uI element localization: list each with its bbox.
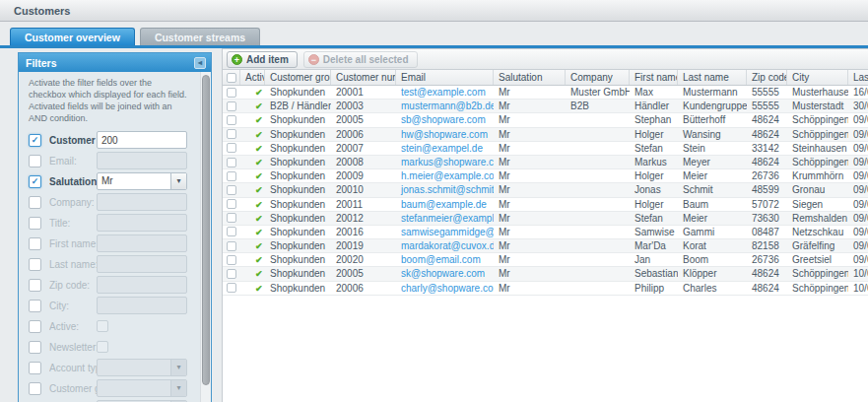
email-link[interactable]: jonas.schmit@schmit-jonas.eu (396, 183, 494, 196)
cell: 48624 (747, 267, 787, 280)
cell: 09/05 (848, 212, 868, 225)
collapse-panel-icon[interactable]: ◂ (194, 57, 206, 69)
table-row[interactable]: ✔Shopkunden20005sk@shopware.comMrSebasti… (223, 267, 868, 281)
filter-enable-checkbox[interactable] (29, 341, 41, 354)
filter-enable-checkbox[interactable] (29, 300, 41, 312)
email-link[interactable]: baum@example.de (396, 198, 494, 211)
email-link[interactable]: test@example.com (396, 86, 494, 99)
filter-enable-checkbox[interactable] (29, 362, 41, 374)
row-select-checkbox[interactable] (227, 199, 236, 209)
row-select-checkbox[interactable] (227, 255, 236, 265)
email-link[interactable]: mardakorat@cuvox.de (396, 239, 494, 252)
row-select-checkbox[interactable] (227, 283, 236, 293)
filter-select-value: Mr (98, 173, 170, 189)
cell: Jonas (630, 183, 678, 196)
email-link[interactable]: hw@shopware.com (396, 128, 494, 141)
email-link[interactable]: boom@email.com (396, 253, 494, 266)
filter-enable-checkbox[interactable] (29, 320, 41, 333)
filter-enable-checkbox[interactable] (29, 196, 41, 209)
table-row[interactable]: ✔Shopkunden20001test@example.comMrMuster… (223, 86, 868, 100)
row-checkbox-cell (223, 226, 240, 238)
email-link[interactable]: stein@exampel.de (396, 142, 494, 155)
row-select-checkbox[interactable] (227, 129, 236, 139)
column-header-salutation[interactable]: Salutation (494, 70, 566, 85)
email-link[interactable]: markus@shopware.com (396, 156, 494, 168)
email-link[interactable]: samwisegammidge@cuvox.de (396, 226, 494, 238)
row-select-checkbox[interactable] (227, 227, 236, 236)
email-link[interactable]: charly@shopware.com (396, 282, 494, 295)
filters-scrollbar[interactable] (200, 72, 211, 402)
filter-enable-checkbox[interactable] (29, 382, 41, 395)
row-select-checkbox[interactable] (227, 101, 236, 111)
email-link[interactable]: h.meier@example.com (396, 169, 494, 182)
cell: B2B / Händler netto (265, 100, 331, 112)
table-row[interactable]: ✔Shopkunden20016samwisegammidge@cuvox.de… (223, 226, 868, 239)
table-row[interactable]: ✔Shopkunden20019mardakorat@cuvox.deMrMar… (223, 239, 868, 253)
filter-enable-checkbox[interactable] (29, 279, 41, 292)
add-icon: + (232, 54, 242, 65)
table-row[interactable]: ✔Shopkunden20006hw@shopware.comMrHolgerW… (223, 128, 868, 142)
active-check-icon: ✔ (245, 241, 263, 251)
row-select-checkbox[interactable] (227, 158, 236, 168)
email-link[interactable]: sk@shopware.com (396, 267, 494, 280)
email-link[interactable]: mustermann@b2b.de (396, 100, 494, 112)
row-select-checkbox[interactable] (227, 185, 236, 195)
row-select-checkbox[interactable] (227, 241, 236, 251)
column-header-last-login[interactable]: Last login (848, 70, 868, 85)
table-row[interactable]: ✔Shopkunden20020boom@email.comMrJanBoom2… (223, 253, 868, 267)
active-cell: ✔ (240, 198, 265, 211)
filters-panel: Filters ◂ Activate the filter fields ove… (18, 52, 212, 402)
column-header-company[interactable]: Company (566, 70, 630, 85)
column-header-last-name[interactable]: Last name (678, 70, 747, 85)
column-header-active[interactable]: Active (240, 70, 265, 85)
row-select-checkbox[interactable] (227, 269, 236, 279)
email-link[interactable]: stefanmeier@example.com (396, 212, 494, 225)
tab-customer-streams[interactable]: Customer streams (140, 28, 260, 45)
table-row[interactable]: ✔Shopkunden20012stefanmeier@example.comM… (223, 212, 868, 226)
filter-enable-checkbox[interactable] (29, 155, 41, 168)
filter-enable-checkbox[interactable] (29, 217, 41, 230)
email-link[interactable]: sb@shopware.com (396, 113, 494, 126)
filter-enable-checkbox[interactable] (29, 258, 41, 271)
filter-enable-checkbox[interactable]: ✓ (29, 134, 41, 147)
column-header-customer-number[interactable]: Customer number (331, 70, 396, 85)
filter-enable-checkbox[interactable] (29, 237, 41, 250)
active-check-icon: ✔ (245, 284, 263, 294)
tab-bar: Customer overview Customer streams (0, 28, 868, 45)
table-row[interactable]: ✔Shopkunden20006charly@shopware.comMrPhi… (223, 282, 868, 296)
column-header-email[interactable]: Email (396, 70, 494, 85)
row-select-checkbox[interactable] (227, 171, 236, 181)
cell: 09/05 (848, 226, 868, 238)
cell (566, 142, 630, 155)
cell: Charles (678, 282, 747, 295)
table-row[interactable]: ✔B2B / Händler netto20003mustermann@b2b.… (223, 100, 868, 113)
column-header-zip-code[interactable]: Zip code (747, 70, 787, 85)
select-all-checkbox[interactable] (227, 73, 236, 83)
table-row[interactable]: ✔Shopkunden20005sb@shopware.comMrStephan… (223, 113, 868, 127)
scrollbar-thumb[interactable] (202, 75, 210, 385)
tab-customer-overview[interactable]: Customer overview (10, 28, 135, 45)
column-header-first-name[interactable]: First name (630, 70, 678, 85)
cell: 82158 (747, 239, 787, 252)
filter-input[interactable] (97, 131, 187, 149)
row-checkbox-cell (223, 198, 240, 211)
column-header-city[interactable]: City (787, 70, 848, 85)
add-item-button[interactable]: + Add item (227, 51, 298, 68)
row-select-checkbox[interactable] (227, 143, 236, 153)
row-select-checkbox[interactable] (227, 213, 236, 223)
table-row[interactable]: ✔Shopkunden20008markus@shopware.comMrMar… (223, 156, 868, 169)
column-header-customer-group[interactable]: Customer group (265, 70, 331, 85)
table-row[interactable]: ✔Shopkunden20009h.meier@example.comMrHol… (223, 169, 868, 183)
filter-label: First name: (49, 238, 97, 249)
cell: 20007 (331, 142, 396, 155)
table-row[interactable]: ✔Shopkunden20010jonas.schmit@schmit-jona… (223, 183, 868, 197)
table-row[interactable]: ✔Shopkunden20007stein@exampel.deMrStefan… (223, 142, 868, 156)
cell: 20006 (331, 128, 396, 141)
cell: Mr (494, 239, 566, 252)
filter-enable-checkbox[interactable]: ✓ (29, 175, 41, 188)
cell (566, 156, 630, 168)
row-select-checkbox[interactable] (227, 88, 236, 98)
row-select-checkbox[interactable] (227, 115, 236, 125)
table-row[interactable]: ✔Shopkunden20011baum@example.deMrHolgerB… (223, 198, 868, 212)
filter-select[interactable]: Mr▾ (97, 172, 187, 190)
